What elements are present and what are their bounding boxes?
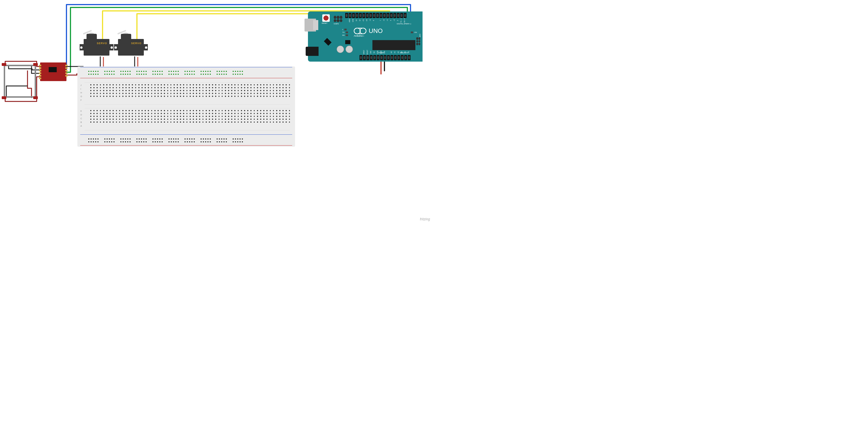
arduino-logo: UNO	[354, 27, 383, 35]
hx711-right-pins	[65, 65, 68, 77]
arduino-on-led-label: ON	[411, 32, 417, 33]
arduino-reset-button[interactable]	[322, 14, 330, 22]
arduino-bottom-pin-labels: IOREFRESET3V35VGNDGNDVINA0A1A2A3A4A5	[360, 50, 418, 55]
arduino-infinity-icon	[354, 28, 366, 34]
servo-1-label: SERVO	[97, 42, 107, 45]
breadboard-bottom-power-rail	[83, 135, 290, 146]
fritzing-watermark: fritzing	[420, 217, 430, 221]
fritzing-diagram: RESET ICSP2 AREFGND1312~11~10~987~6~54~3…	[0, 0, 434, 224]
arduino-digital-header	[345, 13, 418, 18]
arduino-icsp-label: ICSP	[419, 34, 421, 37]
servo-motor-1: SERVO	[80, 34, 114, 60]
arduino-regulator	[324, 38, 332, 46]
arduino-usb-port	[305, 19, 316, 32]
arduino-barrel-jack	[306, 47, 318, 56]
breadboard-top-power-rail	[83, 67, 290, 79]
arduino-analog-section-label: ANALOG IN	[400, 52, 408, 54]
arduino-status-leds: L TX RX	[342, 28, 348, 37]
arduino-atmega328	[372, 40, 415, 50]
arduino-icsp2-header	[334, 16, 342, 22]
arduino-mcu-small	[345, 40, 350, 44]
breadboard: JIHGF EDCBA	[78, 66, 295, 147]
breadboard-terminal-strip-bottom: EDCBA	[85, 108, 290, 130]
arduino-icsp2-label: ICSP2	[334, 23, 339, 25]
hx711-ic	[49, 67, 57, 72]
breadboard-terminal-strip-top: JIHGF	[85, 82, 290, 105]
arduino-icsp-header	[416, 37, 420, 45]
hx711-load-cell-amplifier	[40, 62, 66, 81]
hx711-left-pins	[39, 65, 41, 79]
arduino-capacitors	[337, 46, 353, 53]
servo-motor-2: SERVO	[114, 34, 148, 60]
arduino-digital-section-label: DIGITAL (PWM=~)	[397, 23, 411, 25]
arduino-power-section-label: POWER	[378, 52, 384, 54]
arduino-uno-board: RESET ICSP2 AREFGND1312~11~10~987~6~54~3…	[308, 11, 423, 62]
load-cell-bridge	[1, 62, 38, 100]
arduino-power-analog-header	[360, 55, 418, 60]
arduino-digital-pin-labels: AREFGND1312~11~10~987~6~54~32TX→1RX←0	[345, 18, 418, 23]
servo-2-label: SERVO	[131, 42, 142, 45]
arduino-brand-label: Arduino	[354, 34, 363, 37]
arduino-reset-label: RESET	[322, 22, 328, 24]
